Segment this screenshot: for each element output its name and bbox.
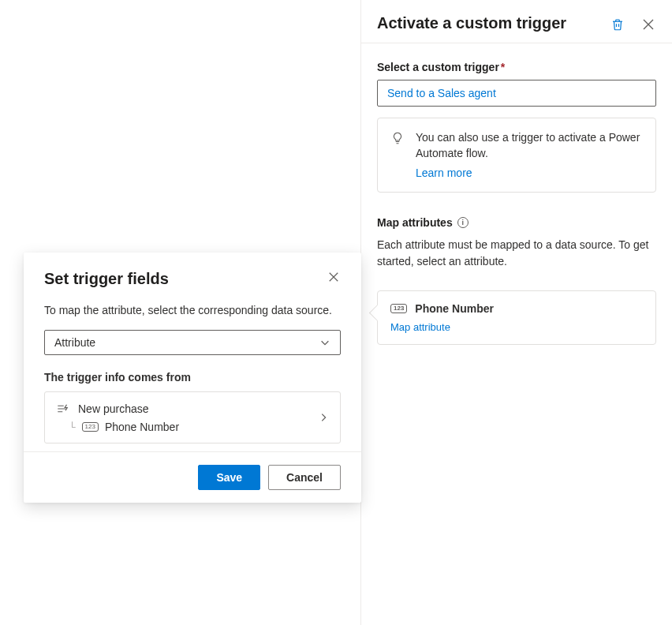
attribute-name: Phone Number: [415, 302, 494, 315]
delete-button[interactable]: [609, 16, 626, 33]
modal-footer: Save Cancel: [24, 451, 361, 503]
close-icon: [642, 18, 655, 31]
source-content: New purchase └ 123 Phone Number: [56, 402, 179, 433]
panel-title: Activate a custom trigger: [377, 13, 566, 33]
source-child-name: Phone Number: [105, 421, 179, 433]
trigger-source-card[interactable]: New purchase └ 123 Phone Number: [44, 391, 341, 443]
tree-branch-icon: └: [69, 421, 76, 432]
map-attributes-title: Map attributes i: [377, 216, 656, 229]
modal-description: To map the attribute, select the corresp…: [44, 302, 341, 319]
number-type-icon: 123: [390, 304, 407, 313]
source-root-name: New purchase: [78, 402, 149, 415]
activate-trigger-panel: Activate a custom trigger Select a custo…: [360, 0, 672, 625]
tip-box: You can also use a trigger to activate a…: [377, 118, 656, 193]
select-trigger-label: Select a custom trigger*: [377, 61, 656, 73]
tip-message: You can also use a trigger to activate a…: [416, 131, 640, 159]
select-placeholder: Attribute: [54, 336, 95, 349]
custom-trigger-input[interactable]: [377, 80, 656, 107]
map-attributes-label: Map attributes: [377, 216, 453, 229]
info-icon[interactable]: i: [457, 217, 469, 228]
trash-icon: [610, 17, 625, 32]
number-type-icon: 123: [82, 422, 99, 432]
learn-more-link[interactable]: Learn more: [416, 165, 472, 181]
close-modal-button[interactable]: [327, 270, 341, 284]
save-button[interactable]: Save: [198, 465, 260, 490]
attribute-card-head: 123 Phone Number: [390, 302, 643, 315]
map-attributes-desc: Each attribute must be mapped to a data …: [377, 237, 656, 270]
source-root-row: New purchase: [56, 402, 179, 416]
panel-header-actions: [609, 16, 656, 33]
close-icon: [328, 271, 339, 283]
required-asterisk: *: [501, 61, 505, 73]
modal-header: Set trigger fields: [44, 270, 341, 288]
chevron-down-icon: [319, 337, 330, 348]
field-label-text: Select a custom trigger: [377, 61, 499, 73]
attribute-select[interactable]: Attribute: [44, 330, 341, 355]
tip-text: You can also use a trigger to activate a…: [416, 129, 643, 181]
chevron-right-icon: [318, 412, 329, 423]
panel-body: Select a custom trigger* You can also us…: [361, 43, 672, 362]
trigger-icon: [56, 402, 70, 416]
set-trigger-fields-modal: Set trigger fields To map the attribute,…: [24, 253, 361, 503]
lightbulb-icon: [390, 131, 405, 145]
close-panel-button[interactable]: [640, 17, 656, 32]
modal-body: Set trigger fields To map the attribute,…: [24, 253, 361, 451]
attribute-card[interactable]: 123 Phone Number Map attribute: [377, 290, 656, 345]
source-child-row: └ 123 Phone Number: [69, 421, 179, 433]
modal-title: Set trigger fields: [44, 270, 169, 288]
cancel-button[interactable]: Cancel: [268, 465, 341, 490]
map-attribute-link[interactable]: Map attribute: [390, 321, 450, 333]
trigger-info-label: The trigger info comes from: [44, 371, 341, 384]
panel-header: Activate a custom trigger: [361, 0, 672, 43]
